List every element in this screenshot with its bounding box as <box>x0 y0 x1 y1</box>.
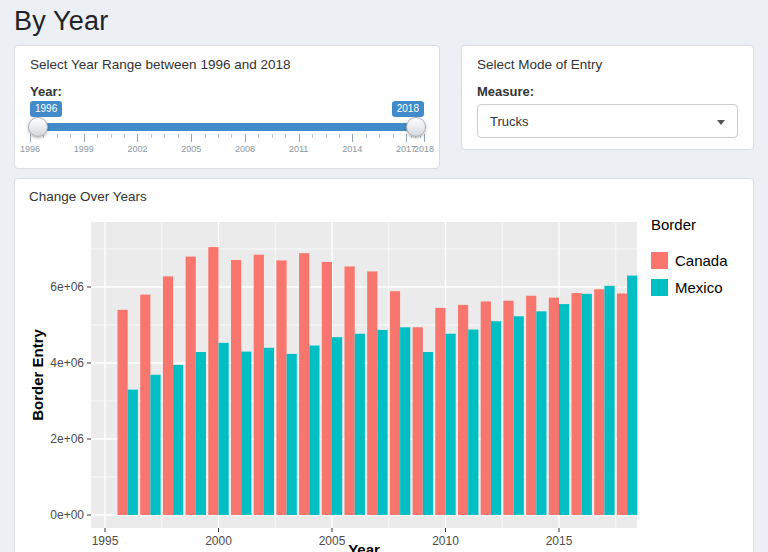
bar-mexico-2001 <box>241 352 251 515</box>
slider-grid-tick <box>137 134 138 142</box>
bar-mexico-2012 <box>491 321 501 515</box>
y-axis-title: Border Entry <box>29 329 46 421</box>
bar-canada-1998 <box>163 276 173 515</box>
x-tick-label: 2005 <box>319 534 346 548</box>
y-tick-label: 6e+06 <box>50 280 84 294</box>
legend-label-canada: Canada <box>675 252 728 269</box>
chart-panel-heading: Change Over Years <box>29 189 739 204</box>
year-range-panel: Select Year Range between 1996 and 2018 … <box>14 45 440 169</box>
slider-tick-label: 2008 <box>235 144 255 154</box>
legend-title: Border <box>651 216 696 233</box>
bar-mexico-2000 <box>219 343 229 515</box>
bar-canada-1999 <box>186 257 196 515</box>
slider-from-value-badge: 1996 <box>30 101 62 117</box>
bar-mexico-1996 <box>128 390 138 515</box>
slider-tick-label: 2014 <box>342 144 362 154</box>
slider-grid-minor-tick <box>57 134 58 138</box>
bar-canada-2008 <box>390 291 400 515</box>
slider-tick-label: 2005 <box>181 144 201 154</box>
slider-grid-minor-tick <box>379 134 380 138</box>
slider-grid-tick <box>406 134 407 142</box>
slider-grid-minor-tick <box>258 134 259 138</box>
slider-grid-tick <box>191 134 192 142</box>
bar-canada-2012 <box>481 301 491 515</box>
slider-tick-label: 2011 <box>289 144 308 154</box>
bar-canada-1996 <box>118 310 128 515</box>
slider-tick-label: 2018 <box>414 144 434 154</box>
bar-canada-2014 <box>526 296 536 515</box>
slider-grid-minor-tick <box>97 134 98 138</box>
slider-grid-minor-tick <box>339 134 340 138</box>
x-tick-label: 2010 <box>432 534 459 548</box>
slider-grid-minor-tick <box>70 134 71 138</box>
slider-grid-tick <box>352 134 353 142</box>
measure-selected-value: Trucks <box>490 114 529 129</box>
bar-canada-2003 <box>276 260 286 515</box>
slider-grid-minor-tick <box>231 134 232 138</box>
bar-canada-2010 <box>435 308 445 515</box>
bar-canada-2007 <box>367 271 377 515</box>
bar-canada-2009 <box>413 327 423 515</box>
app-page: By Year Select Year Range between 1996 a… <box>0 0 768 552</box>
slider-grid-minor-tick <box>178 134 179 138</box>
slider-handle-to[interactable] <box>406 117 426 137</box>
y-tick-label: 4e+06 <box>50 356 84 370</box>
bar-mexico-2014 <box>536 311 546 515</box>
legend-swatch-canada <box>651 252 668 269</box>
y-tick-label: 0e+00 <box>50 508 84 522</box>
slider-to-value-badge: 2018 <box>392 101 424 117</box>
x-tick-label: 2000 <box>205 534 232 548</box>
slider-handle-from[interactable] <box>28 117 48 137</box>
slider-tick-label: 1996 <box>20 144 40 154</box>
bar-canada-2006 <box>345 266 355 515</box>
bar-canada-2005 <box>322 262 332 515</box>
slider-grid-minor-tick <box>151 134 152 138</box>
year-slider-label: Year: <box>30 84 424 99</box>
measure-label: Measure: <box>477 84 738 99</box>
bar-mexico-1999 <box>196 352 206 515</box>
bar-canada-2001 <box>231 260 241 515</box>
legend-swatch-mexico <box>651 279 668 296</box>
bar-canada-2000 <box>208 247 218 515</box>
bar-mexico-2017 <box>604 286 614 515</box>
caret-down-icon <box>717 120 725 125</box>
chart-panel: Change Over Years 0e+002e+064e+066e+0619… <box>14 178 754 552</box>
slider-grid-tick <box>84 134 85 142</box>
year-range-panel-heading: Select Year Range between 1996 and 2018 <box>30 57 424 72</box>
bar-mexico-2005 <box>332 337 342 515</box>
bar-canada-2015 <box>549 298 559 515</box>
slider-grid-minor-tick <box>366 134 367 138</box>
slider-tick-label: 2002 <box>127 144 147 154</box>
slider-grid-minor-tick <box>124 134 125 138</box>
legend-label-mexico: Mexico <box>675 279 723 296</box>
controls-row: Select Year Range between 1996 and 2018 … <box>14 45 754 169</box>
bar-mexico-2007 <box>377 330 387 515</box>
slider-tick-label: 1999 <box>74 144 94 154</box>
slider-grid-minor-tick <box>111 134 112 138</box>
x-tick-label: 1995 <box>92 534 119 548</box>
x-tick-label: 2015 <box>546 534 573 548</box>
bar-mexico-1997 <box>150 375 160 515</box>
x-axis-title: Year <box>348 541 380 552</box>
slider-grid-tick <box>245 134 246 142</box>
bar-canada-2002 <box>254 255 264 515</box>
bar-canada-2011 <box>458 305 468 515</box>
bar-mexico-2009 <box>423 352 433 515</box>
slider-grid-minor-tick <box>285 134 286 138</box>
slider-grid-tick <box>30 134 31 142</box>
bar-mexico-2006 <box>355 334 365 515</box>
measure-select[interactable]: Trucks <box>477 104 738 138</box>
slider-grid-minor-tick <box>326 134 327 138</box>
mode-of-entry-panel: Select Mode of Entry Measure: Trucks <box>461 45 754 150</box>
slider-grid-minor-tick <box>164 134 165 138</box>
bar-mexico-2015 <box>559 304 569 515</box>
bar-mexico-2008 <box>400 327 410 515</box>
slider-grid-minor-tick <box>205 134 206 138</box>
bar-canada-2013 <box>503 301 513 515</box>
slider-grid-minor-tick <box>272 134 273 138</box>
bar-canada-2004 <box>299 253 309 515</box>
slider-track[interactable] <box>30 123 424 131</box>
year-range-slider[interactable]: 1996 2018 199619992002200520082011201420… <box>30 101 424 157</box>
bar-mexico-2003 <box>287 354 297 515</box>
bar-mexico-2013 <box>514 316 524 515</box>
